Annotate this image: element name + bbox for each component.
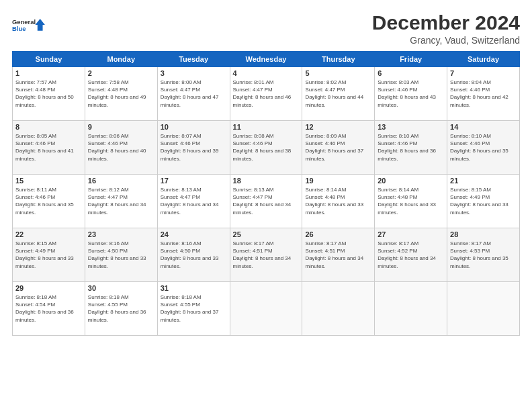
day-number: 17: [161, 177, 227, 185]
header: General Blue December 2024 Grancy, Vaud,…: [12, 11, 520, 46]
day-info: Sunrise: 8:08 AMSunset: 4:46 PMDaylight:…: [233, 133, 292, 162]
day-info: Sunrise: 8:05 AMSunset: 4:46 PMDaylight:…: [15, 133, 74, 162]
day-info: Sunrise: 8:17 AMSunset: 4:52 PMDaylight:…: [378, 240, 436, 269]
week-row-1: 1 Sunrise: 7:57 AMSunset: 4:48 PMDayligh…: [13, 67, 520, 121]
day-cell: 5 Sunrise: 8:02 AMSunset: 4:47 PMDayligh…: [302, 67, 375, 121]
day-cell: 22 Sunrise: 8:15 AMSunset: 4:49 PMDaylig…: [13, 228, 85, 282]
day-cell: 13 Sunrise: 8:10 AMSunset: 4:46 PMDaylig…: [375, 121, 447, 175]
day-number: 28: [450, 230, 517, 238]
day-info: Sunrise: 8:14 AMSunset: 4:48 PMDaylight:…: [305, 187, 363, 216]
day-cell: 26 Sunrise: 8:17 AMSunset: 4:51 PMDaylig…: [302, 228, 375, 282]
svg-marker-2: [35, 19, 44, 31]
day-number: 16: [88, 177, 154, 185]
calendar-table: SundayMondayTuesdayWednesdayThursdayFrid…: [12, 51, 520, 336]
day-number: 30: [88, 284, 154, 292]
day-number: 14: [450, 123, 517, 131]
day-info: Sunrise: 8:02 AMSunset: 4:47 PMDaylight:…: [305, 79, 363, 108]
day-cell: 17 Sunrise: 8:13 AMSunset: 4:47 PMDaylig…: [157, 175, 230, 228]
week-row-3: 15 Sunrise: 8:11 AMSunset: 4:46 PMDaylig…: [13, 175, 520, 228]
day-number: 29: [15, 284, 82, 292]
day-cell: 15 Sunrise: 8:11 AMSunset: 4:46 PMDaylig…: [13, 175, 85, 228]
col-header-saturday: Saturday: [447, 52, 520, 67]
week-row-2: 8 Sunrise: 8:05 AMSunset: 4:46 PMDayligh…: [13, 121, 520, 175]
col-header-monday: Monday: [85, 52, 157, 67]
day-info: Sunrise: 7:58 AMSunset: 4:48 PMDaylight:…: [88, 79, 146, 108]
day-number: 23: [88, 230, 154, 238]
svg-text:General: General: [12, 18, 36, 26]
day-cell: 31 Sunrise: 8:18 AMSunset: 4:55 PMDaylig…: [157, 282, 230, 336]
days-header-row: SundayMondayTuesdayWednesdayThursdayFrid…: [13, 52, 520, 67]
col-header-sunday: Sunday: [13, 52, 85, 67]
col-header-tuesday: Tuesday: [157, 52, 230, 67]
day-info: Sunrise: 8:07 AMSunset: 4:46 PMDaylight:…: [161, 133, 219, 162]
day-number: 24: [161, 230, 227, 238]
week-row-5: 29 Sunrise: 8:18 AMSunset: 4:54 PMDaylig…: [13, 282, 520, 336]
logo: General Blue: [12, 11, 46, 40]
day-number: 26: [305, 230, 371, 238]
day-info: Sunrise: 8:12 AMSunset: 4:47 PMDaylight:…: [88, 187, 146, 216]
day-info: Sunrise: 8:17 AMSunset: 4:53 PMDaylight:…: [450, 240, 508, 269]
day-cell: 9 Sunrise: 8:06 AMSunset: 4:46 PMDayligh…: [85, 121, 157, 175]
day-info: Sunrise: 8:09 AMSunset: 4:46 PMDaylight:…: [305, 133, 363, 162]
calendar-body: 1 Sunrise: 7:57 AMSunset: 4:48 PMDayligh…: [13, 67, 520, 336]
day-info: Sunrise: 8:13 AMSunset: 4:47 PMDaylight:…: [233, 187, 292, 216]
day-cell: 12 Sunrise: 8:09 AMSunset: 4:46 PMDaylig…: [302, 121, 375, 175]
day-number: 6: [378, 69, 444, 77]
day-cell: 11 Sunrise: 8:08 AMSunset: 4:46 PMDaylig…: [230, 121, 302, 175]
day-cell: 18 Sunrise: 8:13 AMSunset: 4:47 PMDaylig…: [230, 175, 302, 228]
day-cell: 24 Sunrise: 8:16 AMSunset: 4:50 PMDaylig…: [157, 228, 230, 282]
day-info: Sunrise: 8:03 AMSunset: 4:46 PMDaylight:…: [378, 79, 436, 108]
day-number: 25: [233, 230, 300, 238]
day-info: Sunrise: 8:14 AMSunset: 4:48 PMDaylight:…: [378, 187, 436, 216]
subtitle: Grancy, Vaud, Switzerland: [372, 35, 520, 46]
main-title: December 2024: [372, 11, 520, 35]
day-cell: 7 Sunrise: 8:04 AMSunset: 4:46 PMDayligh…: [447, 67, 520, 121]
day-info: Sunrise: 8:17 AMSunset: 4:51 PMDaylight:…: [233, 240, 292, 269]
day-number: 12: [305, 123, 371, 131]
logo-svg: General Blue: [12, 11, 46, 40]
day-number: 15: [15, 177, 82, 185]
day-info: Sunrise: 8:13 AMSunset: 4:47 PMDaylight:…: [161, 187, 219, 216]
day-number: 3: [161, 69, 227, 77]
day-number: 19: [305, 177, 371, 185]
day-number: 31: [161, 284, 227, 292]
day-info: Sunrise: 8:15 AMSunset: 4:49 PMDaylight:…: [15, 240, 74, 269]
day-cell: 6 Sunrise: 8:03 AMSunset: 4:46 PMDayligh…: [375, 67, 447, 121]
day-info: Sunrise: 8:01 AMSunset: 4:47 PMDaylight:…: [233, 79, 292, 108]
day-cell: 27 Sunrise: 8:17 AMSunset: 4:52 PMDaylig…: [375, 228, 447, 282]
day-number: 13: [378, 123, 444, 131]
day-number: 4: [233, 69, 300, 77]
day-cell: 3 Sunrise: 8:00 AMSunset: 4:47 PMDayligh…: [157, 67, 230, 121]
day-number: 18: [233, 177, 300, 185]
day-cell: [447, 282, 520, 336]
day-cell: 8 Sunrise: 8:05 AMSunset: 4:46 PMDayligh…: [13, 121, 85, 175]
day-info: Sunrise: 8:06 AMSunset: 4:46 PMDaylight:…: [88, 133, 146, 162]
day-cell: 25 Sunrise: 8:17 AMSunset: 4:51 PMDaylig…: [230, 228, 302, 282]
day-info: Sunrise: 8:11 AMSunset: 4:46 PMDaylight:…: [15, 187, 74, 216]
day-number: 21: [450, 177, 517, 185]
day-info: Sunrise: 8:18 AMSunset: 4:54 PMDaylight:…: [15, 294, 74, 323]
day-cell: 10 Sunrise: 8:07 AMSunset: 4:46 PMDaylig…: [157, 121, 230, 175]
day-number: 9: [88, 123, 154, 131]
day-cell: 16 Sunrise: 8:12 AMSunset: 4:47 PMDaylig…: [85, 175, 157, 228]
day-cell: [302, 282, 375, 336]
day-number: 5: [305, 69, 371, 77]
col-header-friday: Friday: [375, 52, 447, 67]
page: General Blue December 2024 Grancy, Vaud,…: [0, 0, 532, 411]
day-cell: [375, 282, 447, 336]
day-number: 27: [378, 230, 444, 238]
day-info: Sunrise: 8:17 AMSunset: 4:51 PMDaylight:…: [305, 240, 363, 269]
day-number: 20: [378, 177, 444, 185]
day-number: 1: [15, 69, 82, 77]
day-cell: 4 Sunrise: 8:01 AMSunset: 4:47 PMDayligh…: [230, 67, 302, 121]
day-info: Sunrise: 8:04 AMSunset: 4:46 PMDaylight:…: [450, 79, 508, 108]
day-cell: 28 Sunrise: 8:17 AMSunset: 4:53 PMDaylig…: [447, 228, 520, 282]
title-block: December 2024 Grancy, Vaud, Switzerland: [372, 11, 520, 46]
day-number: 11: [233, 123, 300, 131]
day-info: Sunrise: 8:10 AMSunset: 4:46 PMDaylight:…: [378, 133, 436, 162]
day-info: Sunrise: 7:57 AMSunset: 4:48 PMDaylight:…: [15, 79, 74, 108]
day-info: Sunrise: 8:16 AMSunset: 4:50 PMDaylight:…: [161, 240, 219, 269]
week-row-4: 22 Sunrise: 8:15 AMSunset: 4:49 PMDaylig…: [13, 228, 520, 282]
day-number: 8: [15, 123, 82, 131]
day-cell: 1 Sunrise: 7:57 AMSunset: 4:48 PMDayligh…: [13, 67, 85, 121]
